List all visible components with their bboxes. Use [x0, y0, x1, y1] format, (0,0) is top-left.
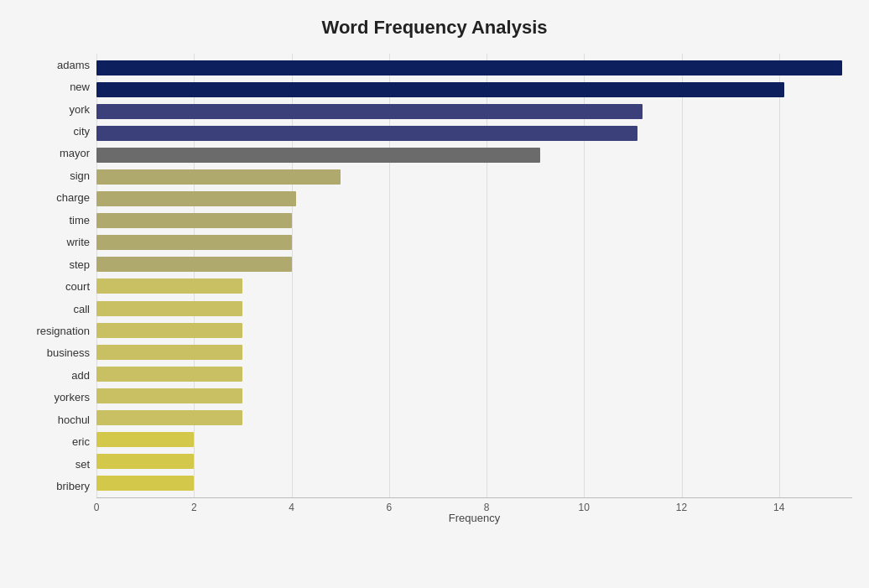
y-labels: adamsnewyorkcitymayorsignchargetimewrite…: [17, 54, 96, 524]
y-label-time: time: [69, 215, 90, 226]
y-label-sign: sign: [70, 170, 90, 181]
bar-row-hochul: [96, 408, 852, 427]
bar-row-call: [96, 299, 852, 318]
bar-business: [96, 345, 242, 360]
bar-row-time: [96, 211, 852, 230]
y-label-city: city: [74, 126, 91, 137]
bars-grid: [96, 54, 852, 497]
bar-row-set: [96, 452, 852, 471]
y-label-set: set: [75, 459, 90, 470]
x-tick-4: 4: [289, 502, 294, 513]
bar-york: [96, 104, 643, 119]
y-label-charge: charge: [56, 192, 90, 203]
bar-hochul: [96, 410, 242, 425]
x-tick-12: 12: [676, 502, 687, 513]
bar-row-mayor: [96, 146, 852, 164]
chart-title: Word Frequency Analysis: [17, 17, 852, 39]
bar-eric: [96, 432, 194, 447]
x-axis-label: Frequency: [96, 512, 852, 524]
y-label-business: business: [47, 347, 90, 358]
x-axis: 02468101214 Frequency: [96, 497, 852, 524]
bar-row-write: [96, 233, 852, 252]
bar-row-charge: [96, 190, 852, 208]
bar-add: [96, 367, 242, 382]
x-tick-6: 6: [386, 502, 392, 513]
y-label-adams: adams: [57, 60, 90, 70]
y-label-step: step: [69, 259, 90, 270]
y-label-bribery: bribery: [56, 481, 90, 492]
bars-and-xaxis: 02468101214 Frequency: [96, 54, 852, 524]
bar-resignation: [96, 323, 242, 338]
bar-row-city: [96, 124, 852, 143]
bar-row-add: [96, 365, 852, 383]
bar-row-court: [96, 277, 852, 295]
bar-court: [96, 278, 242, 294]
y-label-eric: eric: [72, 436, 90, 447]
y-label-resignation: resignation: [36, 325, 90, 336]
bar-charge: [96, 191, 296, 206]
bar-sign: [96, 169, 341, 185]
x-tick-8: 8: [484, 502, 490, 513]
bar-write: [96, 235, 292, 250]
y-label-add: add: [71, 370, 90, 381]
x-tick-10: 10: [579, 502, 590, 513]
y-label-court: court: [65, 281, 90, 292]
chart-container: Word Frequency Analysis adamsnewyorkcity…: [0, 0, 869, 588]
bar-mayor: [96, 148, 540, 163]
y-label-mayor: mayor: [60, 148, 90, 159]
x-ticks: 02468101214: [96, 498, 852, 510]
bar-row-sign: [96, 168, 852, 186]
bar-row-resignation: [96, 321, 852, 340]
y-label-new: new: [70, 81, 90, 92]
bar-step: [96, 257, 292, 272]
bar-row-step: [96, 255, 852, 273]
y-label-call: call: [73, 304, 90, 315]
chart-area: adamsnewyorkcitymayorsignchargetimewrite…: [17, 54, 852, 524]
bar-row-adams: [96, 59, 852, 77]
y-label-write: write: [67, 237, 90, 247]
bar-yorkers: [96, 388, 242, 403]
bar-time: [96, 213, 292, 228]
x-tick-14: 14: [773, 502, 784, 513]
bar-row-yorkers: [96, 387, 852, 405]
bar-row-eric: [96, 430, 852, 449]
x-tick-2: 2: [191, 502, 197, 513]
x-tick-0: 0: [94, 502, 100, 513]
bars-wrapper: [96, 54, 852, 497]
bar-bribery: [96, 476, 194, 491]
y-label-york: york: [69, 104, 90, 115]
y-label-yorkers: yorkers: [54, 392, 90, 403]
bar-row-bribery: [96, 474, 852, 492]
bar-row-new: [96, 81, 852, 99]
y-label-hochul: hochul: [58, 414, 90, 425]
bar-call: [96, 301, 242, 316]
bar-adams: [96, 60, 842, 75]
bar-row-york: [96, 102, 852, 121]
bar-new: [96, 82, 784, 97]
bar-row-business: [96, 343, 852, 362]
bar-set: [96, 454, 194, 469]
bar-city: [96, 126, 637, 141]
